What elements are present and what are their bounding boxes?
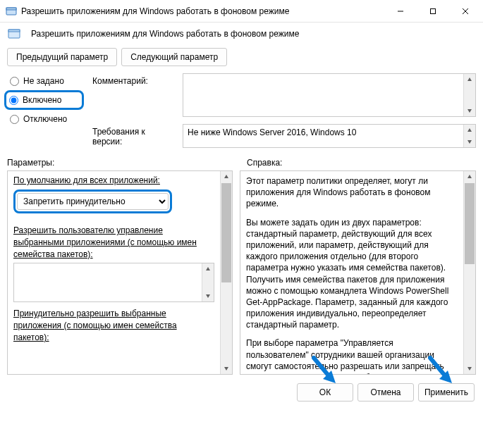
close-button[interactable] bbox=[449, 0, 482, 22]
scroll-down-icon[interactable] bbox=[464, 136, 475, 147]
default-apps-select[interactable]: Запретить принудительно bbox=[17, 193, 169, 210]
user-control-label: Разрешить пользователю управление выбран… bbox=[13, 225, 214, 260]
svg-rect-7 bbox=[8, 30, 20, 32]
comment-label: Комментарий: bbox=[92, 73, 177, 86]
svg-rect-1 bbox=[6, 8, 16, 10]
radio-disabled[interactable]: Отключено bbox=[7, 113, 81, 125]
footer: ОК Отмена Применить bbox=[0, 375, 483, 410]
scrollbar-thumb[interactable] bbox=[465, 183, 475, 264]
options-section-label: Параметры: bbox=[7, 158, 240, 168]
scroll-down-icon[interactable] bbox=[202, 290, 214, 301]
options-panel: По умолчанию для всех приложений: Запрет… bbox=[7, 170, 233, 375]
window-title: Разрешить приложениям для Windows работа… bbox=[21, 6, 384, 16]
user-control-list-body[interactable] bbox=[14, 263, 202, 301]
comment-scrollbar[interactable] bbox=[463, 74, 475, 116]
radio-not-configured-input[interactable] bbox=[10, 77, 19, 86]
svg-marker-15 bbox=[224, 367, 228, 371]
requirements-scrollbar[interactable] bbox=[463, 125, 475, 147]
svg-marker-8 bbox=[467, 77, 472, 81]
radio-enabled-label: Включено bbox=[23, 95, 61, 105]
policy-icon bbox=[7, 27, 21, 41]
svg-marker-11 bbox=[467, 140, 472, 144]
state-radios: Не задано Включено Отключено bbox=[7, 73, 81, 148]
comment-field-wrap bbox=[183, 73, 476, 117]
radio-disabled-input[interactable] bbox=[10, 115, 19, 124]
user-control-scrollbar[interactable] bbox=[202, 263, 214, 301]
default-apps-label: По умолчанию для всех приложений: bbox=[13, 175, 214, 185]
svg-marker-10 bbox=[467, 128, 472, 132]
default-apps-highlight: Запретить принудительно bbox=[13, 189, 172, 213]
svg-rect-3 bbox=[431, 8, 436, 13]
scroll-down-icon[interactable] bbox=[464, 105, 475, 116]
svg-marker-17 bbox=[467, 367, 472, 371]
scroll-up-icon[interactable] bbox=[464, 171, 475, 182]
scroll-up-icon[interactable] bbox=[464, 74, 475, 85]
radio-disabled-label: Отключено bbox=[23, 114, 67, 124]
scroll-down-icon[interactable] bbox=[221, 363, 232, 374]
svg-marker-9 bbox=[467, 109, 472, 113]
apply-button[interactable]: Применить bbox=[418, 383, 475, 402]
titlebar: Разрешить приложениям для Windows работа… bbox=[0, 0, 483, 23]
help-paragraph: При выборе параметра "Управляется пользо… bbox=[246, 337, 458, 374]
radio-not-configured-label: Не задано bbox=[23, 76, 64, 86]
radio-not-configured[interactable]: Не задано bbox=[7, 75, 81, 87]
window-icon bbox=[6, 6, 17, 17]
minimize-button[interactable] bbox=[384, 0, 417, 22]
scroll-up-icon[interactable] bbox=[221, 171, 232, 182]
svg-marker-12 bbox=[206, 267, 210, 270]
requirements-label: Требования к версии: bbox=[92, 124, 177, 147]
maximize-button[interactable] bbox=[417, 0, 449, 22]
scroll-down-icon[interactable] bbox=[464, 363, 475, 374]
help-paragraph: Вы можете задать один из двух параметров… bbox=[246, 217, 458, 331]
force-allow-label: Принудительно разрешить выбранные прилож… bbox=[13, 308, 214, 343]
nav-row: Предыдущий параметр Следующий параметр bbox=[0, 45, 483, 73]
radio-enabled-input[interactable] bbox=[9, 96, 18, 105]
help-section-label: Справка: bbox=[240, 158, 476, 168]
svg-marker-16 bbox=[467, 175, 472, 178]
help-paragraph: Этот параметр политики определяет, могут… bbox=[246, 175, 458, 210]
requirements-value: Не ниже Windows Server 2016, Windows 10 bbox=[183, 125, 463, 147]
svg-marker-14 bbox=[224, 175, 228, 178]
help-panel: Этот параметр политики определяет, могут… bbox=[240, 170, 476, 375]
scroll-up-icon[interactable] bbox=[202, 263, 214, 275]
cancel-button[interactable]: Отмена bbox=[357, 383, 414, 402]
radio-enabled[interactable]: Включено bbox=[4, 90, 84, 110]
options-panel-scrollbar[interactable] bbox=[220, 171, 232, 374]
user-control-list bbox=[13, 263, 214, 302]
svg-marker-13 bbox=[206, 294, 210, 298]
scroll-up-icon[interactable] bbox=[464, 125, 475, 136]
prev-setting-button[interactable]: Предыдущий параметр bbox=[7, 48, 117, 66]
comment-input[interactable] bbox=[183, 74, 463, 116]
ok-button[interactable]: ОК bbox=[297, 383, 353, 402]
requirements-box: Не ниже Windows Server 2016, Windows 10 bbox=[183, 124, 476, 148]
subheader-title: Разрешить приложениям для Windows работа… bbox=[31, 29, 299, 39]
next-setting-button[interactable]: Следующий параметр bbox=[121, 48, 227, 66]
scrollbar-thumb[interactable] bbox=[221, 183, 231, 282]
subheader: Разрешить приложениям для Windows работа… bbox=[0, 23, 483, 45]
help-panel-scrollbar[interactable] bbox=[463, 171, 475, 374]
